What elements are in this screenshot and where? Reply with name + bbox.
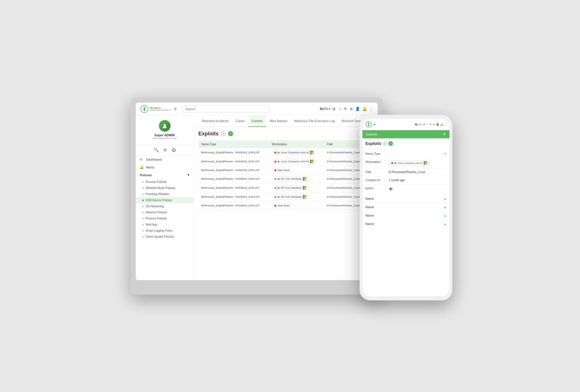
- win-grid-icon: [310, 160, 313, 163]
- workstation-tag: HP Acer Windows: [272, 176, 309, 182]
- eye-icon[interactable]: 👁: [344, 107, 347, 111]
- table-row[interactable]: BinProcess_ExploitPhoenix - PHOENIX_EXPL…: [198, 193, 373, 202]
- ws-dot-1: [274, 161, 276, 163]
- search-action-icon[interactable]: 🔍: [154, 148, 159, 152]
- mobile-hamburger-icon[interactable]: ≡: [374, 122, 376, 127]
- mobile-name-type-chevron[interactable]: ▼: [444, 152, 447, 155]
- mobile-value-created-on: 1 month ago: [389, 179, 447, 182]
- win-grid-icon: [303, 195, 306, 199]
- tab-misc-attacks[interactable]: Misc Attacks: [266, 115, 291, 127]
- cell-workstation: HP Acer Windows: [269, 175, 324, 184]
- grid-icon[interactable]: ⊞: [332, 107, 336, 111]
- sidebar-item-whitelist-mode[interactable]: Whitelist Mode Policies: [136, 185, 193, 191]
- mobile-top-icon1[interactable]: ⊞: [423, 123, 425, 126]
- policies-chevron: ▾: [188, 173, 189, 177]
- sidebar-item-network-policies[interactable]: Network Policies: [136, 209, 193, 215]
- sidebar-item-usb-device[interactable]: USB Device Policies: [136, 197, 193, 203]
- table-row[interactable]: BinProcess_ExploitPhoenix - PHOENIX_EXPL…: [198, 148, 373, 157]
- top-bar: RevBits ENDPOINT SECURITY ≡ 🇺🇸 EN ▾ ⊞ ☽ …: [136, 103, 378, 115]
- mobile-top-icon2[interactable]: ☽: [426, 123, 428, 126]
- language-selector[interactable]: 🇺🇸 EN ▾: [320, 107, 330, 110]
- more-icon[interactable]: ⋮: [369, 107, 373, 111]
- ws-dot-2: [278, 178, 280, 180]
- hamburger-icon[interactable]: ≡: [174, 106, 176, 112]
- sidebar-item-os-hardening[interactable]: OS Hardening: [136, 203, 193, 209]
- info-badge: ℹ: [221, 131, 226, 136]
- sidebar-item-client-update[interactable]: Client Update Policies: [136, 234, 193, 240]
- policies-header[interactable]: Policies ▾: [136, 171, 193, 179]
- mobile-name-section-2[interactable]: Name ▲: [365, 203, 447, 211]
- mobile-detail-created-on: Created On 1 month ago: [365, 176, 447, 184]
- win-grid-icon: [310, 151, 313, 154]
- table-row[interactable]: BinProcess_ExploitPhoenix - PHOENIX_EXPL…: [198, 184, 373, 193]
- mobile-top-icon6[interactable]: 🔔: [440, 123, 443, 126]
- ws-dot-2: [278, 152, 280, 154]
- sidebar-item-script-logging[interactable]: Script Logging Policy: [136, 228, 193, 234]
- mobile-section-dropdown[interactable]: Exploits ▼: [362, 130, 449, 138]
- network-policies-dot: [142, 212, 144, 213]
- google-icon[interactable]: ⊗: [350, 107, 353, 111]
- avatar: [159, 120, 171, 132]
- cell-name-type: BinProcess_ExploitPhoenix - PHOENIX_EXPL…: [198, 202, 269, 210]
- mobile-top-icon7[interactable]: ⋮: [444, 123, 447, 126]
- sidebar-item-dashboard[interactable]: ⊞ Dashboard: [136, 155, 193, 163]
- mobile-dropdown-chevron: ▼: [443, 133, 446, 136]
- workstation-label: HP Acer Windows: [281, 195, 302, 198]
- sub-nav-label: OS Hardening: [146, 205, 164, 208]
- mobile-detail-name-type: Name-Type ▼: [365, 150, 447, 158]
- power-action-icon[interactable]: ⏻: [172, 148, 176, 152]
- mobile-value-action[interactable]: 👁: [389, 187, 447, 192]
- mobile-label-created-on: Created On: [365, 179, 389, 182]
- tab-reported-incidents[interactable]: Reported Incidents: [198, 115, 232, 127]
- laptop: RevBits ENDPOINT SECURITY ≡ 🇺🇸 EN ▾ ⊞ ☽ …: [130, 97, 383, 295]
- mobile-top-icon4[interactable]: ⊗: [433, 123, 435, 126]
- chevron-up-icon-4: ▲: [444, 222, 447, 226]
- sub-nav-label: Client Update Policies: [146, 235, 174, 238]
- search-input[interactable]: [183, 105, 270, 113]
- tab-malicious-file[interactable]: Malicious File Execution Log: [291, 115, 338, 127]
- table-row[interactable]: BinProcess_ExploitPhoenix - PHOENIX_EXPL…: [198, 166, 373, 175]
- mobile-value-path: D:\ProcessiorPhoenix_2.exe: [389, 170, 447, 174]
- search-bar[interactable]: [183, 105, 270, 113]
- bell-icon[interactable]: 🔔: [362, 107, 367, 111]
- ws-dot-1: [274, 205, 276, 207]
- mobile-name-section-1[interactable]: Name ▲: [365, 195, 447, 203]
- user-email: admin@achilles.com: [138, 137, 191, 140]
- sidebar-item-web-app[interactable]: Web App: [136, 222, 193, 228]
- tab-cases[interactable]: Cases: [232, 115, 248, 127]
- mobile-top-icon5[interactable]: 👤: [436, 123, 439, 126]
- mobile-dropdown-label: Exploits: [366, 133, 377, 136]
- mobile-name-section-4[interactable]: Name ▲: [365, 220, 447, 228]
- mobile-top-icon3[interactable]: 👁: [429, 123, 432, 126]
- sidebar-item-process-policies[interactable]: Process Policies: [136, 179, 193, 185]
- workstation-label: Linux Cinnamon mint 44: [281, 160, 309, 163]
- table-row[interactable]: BinProcess_ExploitPhoenix - PHOENIX_EXPL…: [198, 202, 373, 210]
- mobile-content: Exploits ℹ ✓ Name-Type ▼ Workstation: [362, 138, 449, 296]
- mobile-name-section-3[interactable]: Name ▲: [365, 211, 447, 220]
- moon-icon[interactable]: ☽: [338, 107, 341, 111]
- page-title: Exploits: [198, 131, 219, 137]
- os-hardening-dot: [142, 206, 144, 207]
- cell-workstation: Linux Cinnamon mint 44: [269, 148, 324, 157]
- profile-icon[interactable]: 👤: [355, 107, 360, 111]
- sidebar-item-alerts-label: Alerts: [146, 166, 154, 169]
- settings-action-icon[interactable]: ⚙: [163, 148, 167, 152]
- ws-dot-1: [274, 187, 276, 189]
- user-name: Super ADMIN: [138, 133, 191, 137]
- mobile-green-badge: ✓: [388, 141, 393, 146]
- table-header-row: Name-Type Workstation Path: [198, 140, 373, 148]
- script-logging-dot: [142, 230, 144, 232]
- dashboard-icon: ⊞: [140, 157, 144, 161]
- tab-exploits[interactable]: Exploits: [248, 115, 267, 127]
- table-row[interactable]: BinProcess_ExploitPhoenix - PHOENIX_EXPL…: [198, 157, 373, 166]
- sub-nav-label: Prending Whitelist: [146, 193, 169, 196]
- logo-area: RevBits ENDPOINT SECURITY ≡: [140, 105, 178, 113]
- table-row[interactable]: BinProcess_ExploitPhoenix - PHOENIX_EXPL…: [198, 175, 373, 184]
- mobile-lang: EN: [419, 123, 422, 126]
- mobile-name-section-2-label: Name: [365, 205, 374, 209]
- chevron-up-icon-2: ▲: [444, 206, 447, 209]
- sidebar-item-prending-whitelist[interactable]: Prending Whitelist: [136, 191, 193, 197]
- sidebar-item-phoenix-policies[interactable]: Phoenix Policies: [136, 215, 193, 222]
- sidebar-item-alerts[interactable]: 🔔 Alerts: [136, 163, 193, 171]
- cell-name-type: BinProcess_ExploitPhoenix - PHOENIX_EXPL…: [198, 166, 269, 175]
